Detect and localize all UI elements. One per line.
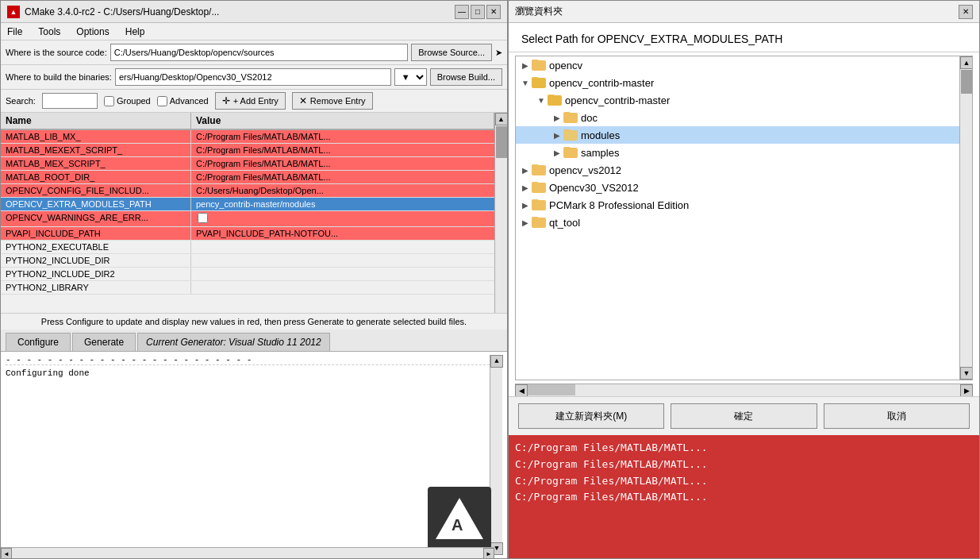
maximize-button[interactable]: □ (471, 5, 485, 19)
folder-icon (532, 199, 546, 210)
grouped-label: Grouped (117, 96, 151, 106)
build-row: Where to build the binaries: ▼ Browse Bu… (1, 65, 507, 90)
folder-icon (563, 112, 578, 123)
tree-item-label: PCMark 8 Professional Edition (549, 199, 689, 211)
folder-icon (532, 217, 546, 228)
build-input[interactable] (115, 68, 391, 86)
tab-generator[interactable]: Current Generator: Visual Studio 11 2012 (137, 333, 330, 351)
tree-item-label: opencv (549, 60, 582, 71)
tree-item[interactable]: ▶doc (516, 109, 959, 126)
tab-generate[interactable]: Generate (72, 333, 136, 351)
browse-source-button[interactable]: Browse Source... (411, 44, 492, 61)
table-cell-name: OPENCV_WARNINGS_ARE_ERR... (1, 211, 191, 226)
table-cell-name: MATLAB_ROOT_DIR_ (1, 171, 191, 183)
horiz-track (528, 384, 960, 396)
tree-scroll-down[interactable]: ▼ (960, 367, 973, 380)
tree-arrow-icon: ▶ (519, 181, 532, 194)
build-label: Where to build the binaries: (6, 72, 112, 82)
table-cell-value: PVAPI_INCLUDE_PATH-NOTFOU... (191, 227, 494, 240)
tree-item-label: opencv_contrib-master (549, 77, 654, 89)
log-scrollbar[interactable]: ▲ ▼ (490, 355, 502, 555)
table-row[interactable]: OPENCV_WARNINGS_ARE_ERR... (1, 211, 494, 227)
tree-arrow-icon: ▶ (519, 216, 532, 229)
menu-file[interactable]: File (4, 25, 25, 39)
search-input[interactable] (42, 93, 98, 109)
tree-scroll-area[interactable]: ▶opencv▼opencv_contrib-master▼opencv_con… (516, 56, 959, 380)
folder-icon (532, 182, 546, 193)
log-scroll-up[interactable]: ▲ (490, 355, 503, 368)
advanced-checkbox[interactable] (157, 96, 167, 106)
new-folder-button[interactable]: 建立新資料夾(M) (518, 403, 664, 429)
table-row[interactable]: PVAPI_INCLUDE_PATHPVAPI_INCLUDE_PATH-NOT… (1, 227, 494, 241)
minimize-button[interactable]: — (455, 5, 469, 19)
tree-item[interactable]: ▼opencv_contrib-master (516, 74, 959, 91)
extra-arrow[interactable]: ➤ (495, 48, 502, 58)
horiz-left-arrow[interactable]: ◀ (515, 384, 528, 397)
browser-close-button[interactable]: ✕ (959, 5, 973, 19)
horiz-scroll[interactable]: ◀ ▶ (515, 384, 973, 396)
table-row[interactable]: PYTHON2_INCLUDE_DIR (1, 254, 494, 268)
tab-configure[interactable]: Configure (6, 333, 71, 351)
table-row[interactable]: PYTHON2_INCLUDE_DIR2 (1, 268, 494, 281)
tree-item[interactable]: ▶opencv_vs2012 (516, 161, 959, 179)
tree-item-label: qt_tool (549, 217, 580, 229)
remove-entry-button[interactable]: ✕ Remove Entry (292, 92, 373, 110)
table-cell-name: PVAPI_INCLUDE_PATH (1, 227, 191, 240)
folder-icon (532, 77, 546, 88)
table-cell-value (191, 211, 494, 226)
tree-item-label: modules (581, 129, 620, 141)
build-dropdown[interactable]: ▼ (394, 68, 427, 86)
tree-item[interactable]: ▶samples (516, 144, 959, 161)
tree-scroll-up[interactable]: ▲ (960, 56, 973, 69)
status-text: Press Configure to update and display ne… (41, 317, 467, 326)
tree-item-label: opencv_vs2012 (549, 164, 621, 176)
tree-container: ▶opencv▼opencv_contrib-master▼opencv_con… (515, 56, 973, 380)
table-cell-checkbox[interactable] (198, 213, 208, 223)
table-cell-value: C:/Program Files/MATLAB/MATL... (191, 157, 494, 170)
table-row[interactable]: MATLAB_ROOT_DIR_C:/Program Files/MATLAB/… (1, 171, 494, 184)
menu-options[interactable]: Options (73, 25, 112, 39)
advanced-checkbox-label: Advanced (157, 96, 209, 106)
tree-item[interactable]: ▶PCMark 8 Professional Edition (516, 196, 959, 214)
menu-help[interactable]: Help (122, 25, 148, 39)
tree-item[interactable]: ▶opencv (516, 56, 959, 74)
add-entry-button[interactable]: ✛ + Add Entry (215, 92, 286, 110)
tree-scrollbar[interactable]: ▲ ▼ (959, 56, 972, 380)
source-input[interactable] (110, 44, 408, 61)
hscroll-right[interactable]: ▶ (483, 548, 494, 558)
table-cell-name: MATLAB_MEXEXT_SCRIPT_ (1, 144, 191, 156)
browse-build-button[interactable]: Browse Build... (430, 68, 502, 86)
hscroll-left[interactable]: ◀ (1, 548, 12, 558)
tree-item[interactable]: ▶Opencv30_VS2012 (516, 179, 959, 196)
cmake-title: CMake 3.4.0-rc2 - C:/Users/Huang/Desktop… (25, 6, 219, 17)
table-row[interactable]: PYTHON2_LIBRARY (1, 281, 494, 295)
tree-item[interactable]: ▶qt_tool (516, 214, 959, 231)
tree-item[interactable]: ▼opencv_contrib-master (516, 91, 959, 109)
table-row[interactable]: OPENCV_EXTRA_MODULES_PATHpency_contrib-m… (1, 198, 494, 211)
cancel-button[interactable]: 取消 (824, 403, 970, 429)
scroll-up-arrow[interactable]: ▲ (495, 113, 508, 125)
table-cell-name: OPENCV_CONFIG_FILE_INCLUD... (1, 184, 191, 197)
table-row[interactable]: MATLAB_LIB_MX_C:/Program Files/MATLAB/MA… (1, 130, 494, 144)
browser-buttons: 建立新資料夾(M) 確定 取消 (509, 396, 979, 435)
menu-tools[interactable]: Tools (35, 25, 63, 39)
tree-item[interactable]: ▶modules (516, 126, 959, 144)
table-scrollbar[interactable]: ▲ ▼ (494, 113, 507, 313)
menu-bar: File Tools Options Help (1, 23, 507, 40)
table-row[interactable]: MATLAB_MEXEXT_SCRIPT_C:/Program Files/MA… (1, 144, 494, 157)
close-button[interactable]: ✕ (486, 5, 501, 19)
grouped-checkbox[interactable] (104, 96, 114, 106)
cmake-window: ▲ CMake 3.4.0-rc2 - C:/Users/Huang/Deskt… (0, 0, 508, 559)
tree-arrow-icon: ▶ (551, 129, 563, 141)
table-row[interactable]: OPENCV_CONFIG_FILE_INCLUD...C:/Users/Hua… (1, 184, 494, 198)
horiz-right-arrow[interactable]: ▶ (960, 384, 973, 397)
ok-button[interactable]: 確定 (671, 403, 817, 429)
cmake-logo-overlay: A (428, 487, 491, 550)
tree-item-label: samples (581, 147, 619, 159)
table-row[interactable]: MATLAB_MEX_SCRIPT_C:/Program Files/MATLA… (1, 157, 494, 171)
table-cell-value: C:/Users/Huang/Desktop/Open... (191, 184, 494, 197)
cmake-title-bar: ▲ CMake 3.4.0-rc2 - C:/Users/Huang/Deskt… (1, 1, 507, 23)
table-scroll[interactable]: MATLAB_LIB_MX_C:/Program Files/MATLAB/MA… (1, 130, 494, 313)
log-hscroll[interactable]: ◀ ▶ (1, 547, 494, 558)
table-row[interactable]: PYTHON2_EXECUTABLE (1, 241, 494, 254)
